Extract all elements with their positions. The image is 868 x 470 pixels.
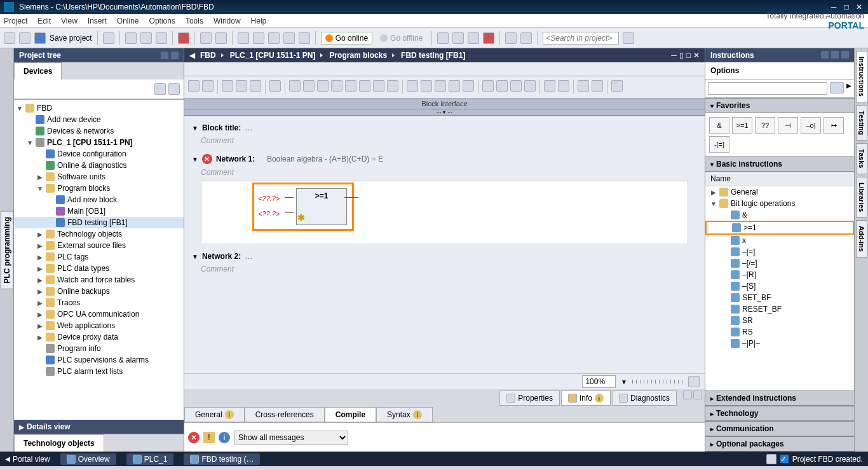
ed-ic-2[interactable] xyxy=(202,80,214,92)
tree-item[interactable]: Program info xyxy=(14,343,184,354)
favorite-button[interactable]: ?? xyxy=(755,117,775,134)
diagnostics-tab[interactable]: Diagnostics xyxy=(612,391,677,406)
tree-item[interactable]: ▼FBD xyxy=(14,102,184,114)
menu-project[interactable]: Project xyxy=(4,17,27,25)
instr-search-icon[interactable] xyxy=(830,82,844,93)
tb-icon-6[interactable] xyxy=(520,32,532,44)
ed-ic-4[interactable] xyxy=(236,80,247,92)
go-online-button[interactable]: Go online xyxy=(321,32,372,45)
basic-instr-header[interactable]: ▾Basic instructions xyxy=(705,156,854,172)
project-tree[interactable]: ▼FBDAdd new deviceDevices & networks▼PLC… xyxy=(14,99,184,420)
ed-ic-15[interactable] xyxy=(407,80,418,92)
menu-window[interactable]: Window xyxy=(214,17,241,25)
open-icon[interactable] xyxy=(19,32,31,44)
ed-tile-icon[interactable]: ▯ xyxy=(679,51,684,60)
instr-hide-icon[interactable] xyxy=(821,51,829,59)
properties-tab[interactable]: Properties xyxy=(499,391,560,406)
menu-online[interactable]: Online xyxy=(117,17,139,25)
ed-ic-21[interactable] xyxy=(496,80,508,92)
ed-ic-24[interactable] xyxy=(544,80,555,92)
ed-ic-14[interactable] xyxy=(387,80,398,92)
ed-ic-6[interactable] xyxy=(269,80,281,92)
instr-collapse-icon[interactable] xyxy=(841,51,849,59)
tree-item[interactable]: Devices & networks xyxy=(14,125,184,137)
ed-ic-10[interactable] xyxy=(331,80,342,92)
vtab-addins[interactable]: Add-ins xyxy=(856,220,867,258)
redo-icon[interactable] xyxy=(215,32,227,44)
maximize-button[interactable]: □ xyxy=(841,3,851,11)
search-icon[interactable] xyxy=(623,32,634,44)
tree-item[interactable]: ▶Device proxy data xyxy=(14,331,184,343)
tree-item[interactable]: PLC alarm text lists xyxy=(14,366,184,377)
ed-ic-7[interactable] xyxy=(289,80,301,92)
favorite-button[interactable]: >=1 xyxy=(732,117,752,134)
vtab-instructions[interactable]: Instructions xyxy=(856,51,867,102)
ed-ic-1[interactable] xyxy=(188,80,200,92)
technology-header[interactable]: ▸Technology xyxy=(705,406,854,421)
instr-item[interactable]: –[S] xyxy=(705,280,854,292)
ed-minimize-icon[interactable]: ─ xyxy=(671,51,677,60)
ed-ic-13[interactable] xyxy=(373,80,384,92)
block-comment[interactable]: Comment xyxy=(189,135,700,146)
network-1-header[interactable]: ▼ ✕ Network 1: Boolean algebra - (A+B)(C… xyxy=(189,151,700,167)
block-interface-bar[interactable]: Block interface xyxy=(184,99,705,109)
tb-icon-4[interactable] xyxy=(483,32,494,44)
info-tab[interactable]: Infoi xyxy=(561,391,611,406)
sim-icon[interactable] xyxy=(299,32,310,44)
delete-icon[interactable] xyxy=(178,32,189,44)
favorite-button[interactable]: -[=] xyxy=(709,136,729,153)
compile-tab[interactable]: Compile xyxy=(325,407,376,422)
download-icon[interactable] xyxy=(238,32,249,44)
tb-icon-1[interactable] xyxy=(437,32,449,44)
favorite-button[interactable]: –o| xyxy=(801,117,821,134)
general-tab[interactable]: Generali xyxy=(184,407,245,422)
instr-item[interactable]: –[=] xyxy=(705,246,854,258)
ed-close-icon[interactable]: ✕ xyxy=(693,51,700,60)
ed-ic-17[interactable] xyxy=(435,80,446,92)
menu-tools[interactable]: Tools xyxy=(186,17,203,25)
ed-maximize-icon[interactable]: □ xyxy=(686,51,691,60)
instr-item[interactable]: RESET_BF xyxy=(705,303,854,315)
ed-ic-18[interactable] xyxy=(449,80,460,92)
block-title-header[interactable]: ▼ Block title: … xyxy=(189,121,700,135)
instr-item[interactable]: ▶General xyxy=(705,186,854,198)
new-icon[interactable] xyxy=(4,32,15,44)
minimize-button[interactable]: ─ xyxy=(829,3,839,11)
cut-icon[interactable] xyxy=(125,32,137,44)
tree-item[interactable]: Add new block xyxy=(14,194,184,205)
ed-ic-3[interactable] xyxy=(222,80,233,92)
instr-hide2-icon[interactable] xyxy=(831,51,839,59)
pt-view-icon[interactable] xyxy=(154,83,166,95)
add-input-icon[interactable]: ✱ xyxy=(297,212,305,223)
pt-hide-icon[interactable] xyxy=(161,52,168,59)
tree-item[interactable]: Online & diagnostics xyxy=(14,160,184,171)
zoom-fit-icon[interactable] xyxy=(688,376,700,387)
vtab-testing[interactable]: Testing xyxy=(856,105,867,141)
tree-item[interactable]: ▶PLC tags xyxy=(14,251,184,263)
fbd-or-block[interactable]: <??.?> <??.?> >=1 ✱ xyxy=(252,183,354,231)
menu-help[interactable]: Help xyxy=(251,17,267,25)
pt-grid-icon[interactable] xyxy=(168,83,180,95)
favorite-button[interactable]: & xyxy=(709,117,729,134)
left-vertical-tab[interactable]: PLC programming xyxy=(0,48,14,452)
ed-ic-19[interactable] xyxy=(463,80,474,92)
ed-ic-25[interactable] xyxy=(558,80,569,92)
zoom-select[interactable]: 100% xyxy=(582,375,616,388)
filter-info-icon[interactable]: i xyxy=(219,432,230,443)
tree-item[interactable]: Main [OB1] xyxy=(14,205,184,217)
ed-ic-27[interactable] xyxy=(592,80,603,92)
footer-overview-tab[interactable]: Overview xyxy=(60,453,116,465)
tree-item[interactable]: ▶External source files xyxy=(14,240,184,251)
menu-view[interactable]: View xyxy=(61,17,78,25)
network-1-body[interactable]: <??.?> <??.?> >=1 ✱ xyxy=(201,181,688,244)
info-min-icon[interactable] xyxy=(683,391,692,399)
tree-item[interactable]: Add new device xyxy=(14,114,184,125)
menu-options[interactable]: Options xyxy=(149,17,175,25)
status-save-icon[interactable] xyxy=(766,454,776,464)
go-offline-button[interactable]: Go offline xyxy=(376,32,426,44)
upload-icon[interactable] xyxy=(283,32,295,44)
zoom-slider[interactable] xyxy=(632,380,683,384)
save-icon[interactable] xyxy=(34,32,46,44)
print-icon[interactable] xyxy=(103,32,114,44)
devices-tab[interactable]: Devices xyxy=(14,62,62,79)
